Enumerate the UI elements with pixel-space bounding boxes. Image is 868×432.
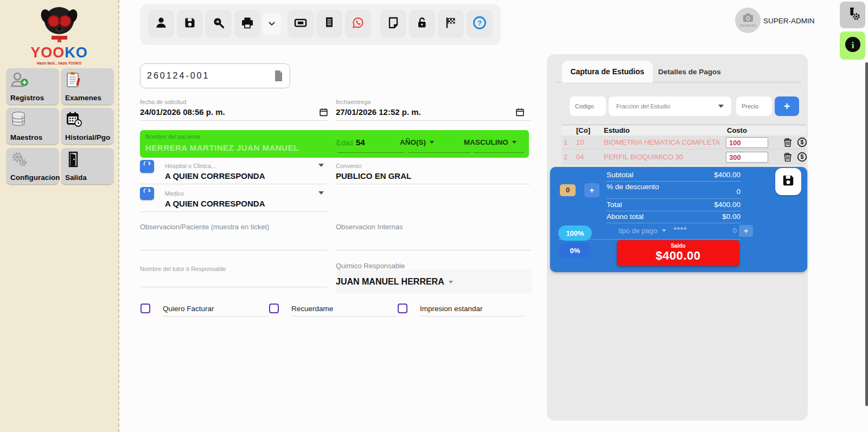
convenio-value[interactable]: PUBLICO EN GRAL (336, 171, 411, 180)
receipt-button[interactable] (316, 10, 342, 38)
codigo-input[interactable] (570, 96, 606, 116)
exit-door-icon (65, 151, 84, 170)
save-button[interactable] (177, 10, 203, 38)
note-button[interactable] (380, 10, 406, 38)
app-logo: YOOKO Hazlo facil... hazlo YOOKO (0, 4, 118, 65)
patient-button[interactable] (148, 10, 174, 38)
apply-discount-button[interactable]: + (584, 183, 599, 197)
quiero-facturar-label: Quiero Facturar (163, 305, 214, 313)
quimico-select[interactable]: JUAN MANUEL HERRERA (336, 277, 453, 287)
brand-name: YOOKO (0, 46, 118, 60)
total-value: $400.00 (607, 201, 741, 209)
divider (291, 316, 397, 317)
refresh-price-icon[interactable]: $ (797, 152, 807, 164)
tutor-input[interactable] (140, 272, 327, 287)
delete-row-icon[interactable] (783, 137, 793, 150)
descuento-value[interactable]: 0 (607, 188, 741, 196)
patient-name-value[interactable]: HERRERA MARTINEZ JUAN MANUEL (145, 143, 299, 152)
refresh-price-icon[interactable]: $ (797, 137, 807, 150)
folio-input[interactable] (147, 64, 256, 87)
avatar-caption: SIN IMAGEN (735, 24, 761, 27)
subtotal-value: $400.00 (607, 171, 741, 179)
recuerdame-checkbox[interactable] (269, 304, 279, 313)
obs-internas-textarea[interactable] (336, 230, 531, 250)
avatar[interactable]: SIN IMAGEN (735, 8, 761, 33)
tab-detalles-pagos[interactable]: Detalles de Pagos (654, 61, 725, 82)
edad-value[interactable]: 54 (356, 138, 365, 147)
save-order-button[interactable] (775, 168, 801, 195)
precio-input[interactable] (736, 96, 772, 116)
sidebar-item-historial[interactable]: Historial/Pgo (61, 108, 113, 144)
costo-input[interactable] (726, 152, 768, 163)
fecha-solicitud-label: fecha de solicitud (140, 99, 186, 105)
add-study-button[interactable]: + (775, 96, 799, 116)
user-name: SUPER-ADMIN (763, 17, 815, 25)
camera-icon (742, 12, 754, 23)
quiero-facturar-checkbox[interactable] (141, 304, 150, 313)
pay-100-button[interactable]: 100% (558, 225, 592, 241)
edad-unidad-select[interactable]: AÑO(S) (400, 138, 434, 146)
medico-label: Medico (165, 190, 184, 197)
whatsapp-button[interactable] (345, 10, 371, 38)
print-button[interactable] (234, 10, 260, 38)
receipt-icon (323, 16, 336, 31)
paste-icon[interactable] (273, 70, 283, 84)
tipo-pago-select[interactable]: tipo de pago (618, 227, 666, 235)
pay-0-button[interactable]: 0% (558, 243, 592, 258)
fraccion-select[interactable]: Fraccion del Estudio (609, 96, 731, 116)
sidebar-item-registros[interactable]: Registros (7, 68, 59, 105)
hospital-sync-button[interactable] (140, 160, 154, 173)
sidebar-item-maestros[interactable]: Maestros (7, 108, 59, 144)
sidebar-item-salida[interactable]: Salida (61, 148, 113, 184)
svg-text:$: $ (801, 139, 804, 145)
fecha-entrega-label: fechaentrega (336, 99, 371, 105)
payment-amount[interactable]: 0 (729, 227, 737, 235)
col-costo: Costo (727, 126, 747, 134)
ticket-button[interactable] (288, 10, 314, 38)
delete-row-icon[interactable] (783, 152, 793, 165)
save-icon (183, 16, 196, 31)
sidebar-item-examenes[interactable]: Examenes (61, 68, 113, 105)
calendar-icon[interactable] (515, 107, 525, 119)
sexo-select[interactable]: MASCULINO (464, 138, 516, 146)
unlock-button[interactable] (409, 10, 435, 38)
add-payment-button[interactable]: + (739, 225, 753, 237)
caret-down-icon (430, 141, 434, 144)
caret-down-icon (449, 281, 453, 283)
help-button[interactable]: ? (467, 10, 493, 38)
table-row[interactable]: 1 10 BIOMETRIA HEMATICA COMPLETA $ (561, 136, 806, 150)
divider (140, 287, 327, 287)
obs-paciente-textarea[interactable] (140, 230, 327, 250)
tab-captura-estudios[interactable]: Captura de Estudios (562, 61, 653, 82)
medico-value[interactable]: A QUIEN CORRESPONDA (165, 199, 265, 208)
save-icon (781, 173, 795, 190)
medico-sync-button[interactable] (140, 187, 154, 200)
costo-input[interactable] (726, 137, 768, 148)
impresion-estandar-checkbox[interactable] (398, 304, 407, 313)
help-icon: ? (473, 16, 487, 32)
calendar-icon[interactable] (319, 107, 328, 119)
database-icon (10, 111, 29, 130)
table-row[interactable]: 2 04 PERFIL BIOQUIMICO 30 $ (561, 150, 806, 164)
folio-field (140, 63, 290, 88)
finish-flag-button[interactable] (438, 10, 464, 38)
saldo-button[interactable]: Saldo $400.00 (617, 240, 739, 266)
lab-settings-button[interactable] (840, 2, 865, 28)
search-button[interactable] (206, 10, 232, 38)
fecha-solicitud-value[interactable]: 24/01/2026 08:56 p. m. (140, 107, 225, 117)
divider (140, 250, 327, 250)
divider (473, 152, 524, 153)
patient-name-label: Nombre del paciente (145, 133, 201, 140)
caret-down-icon[interactable] (318, 164, 324, 167)
tutor-label: Nombre del tutor ó Responsable (140, 266, 226, 272)
caret-down-icon[interactable] (318, 191, 324, 195)
sidebar: YOOKO Hazlo facil... hazlo YOOKO Registr… (0, 0, 119, 432)
info-button[interactable]: i (840, 31, 865, 60)
hospital-value[interactable]: A QUIEN CORRESPONDA (165, 171, 265, 180)
divider (336, 120, 531, 121)
calendar-clock-icon (65, 111, 84, 130)
fecha-entrega-value[interactable]: 27/01/2026 12:52 p. m. (336, 107, 421, 117)
sidebar-item-configuracion[interactable]: Configuracion (7, 148, 59, 184)
print-options-button[interactable] (263, 13, 281, 35)
vertical-scrollbar[interactable] (865, 62, 868, 406)
